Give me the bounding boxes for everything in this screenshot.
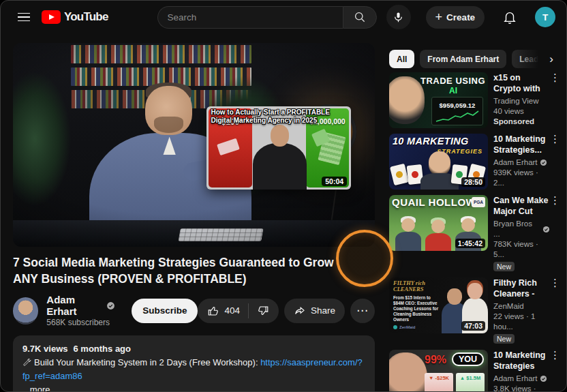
verified-badge-icon (106, 301, 115, 310)
suggested-video-title[interactable]: 10 Marketing Strategies... (493, 134, 550, 155)
thumbnail-amount: $959,059.12 (432, 102, 482, 109)
share-label: Share (311, 305, 335, 316)
chips-next-button[interactable]: › (543, 50, 560, 68)
channel-row: Adam Erhart 568K subscribers Subscribe 4… (13, 294, 375, 327)
thumbnail-person (468, 283, 482, 299)
thumbnail-chart (435, 110, 480, 123)
voice-search-button[interactable] (386, 5, 411, 29)
duration-badge: 28:50 (461, 177, 485, 187)
youtube-watch-page: YouTube + Create T (0, 0, 567, 392)
plus-icon: + (435, 11, 443, 23)
suggested-video-row: 10 MARKETING STRATEGIES 28:50 10 Marketi… (389, 134, 560, 190)
video-title: 7 Social Media Marketing Strategies Guar… (13, 254, 359, 287)
suggested-video-title[interactable]: Filthy Rich Cleaners - E3... (493, 277, 550, 299)
verified-badge-icon (540, 375, 547, 382)
wrench-icon (22, 358, 31, 370)
suggested-video-row: FILTHY rich CLEANERS From $15 Intern to … (389, 277, 560, 344)
kebab-menu-icon[interactable]: ⋮ (550, 350, 560, 392)
thumbnail-text: From $15 Intern to $84M CEO: Executive C… (393, 295, 442, 322)
sponsored-label: Sponsored (493, 117, 550, 127)
thumbnail-face (389, 352, 427, 392)
endscreen-presenter-face (271, 125, 290, 147)
description-box[interactable]: 9.7K views 6 months ago Build Your Marke… (13, 335, 375, 392)
like-button[interactable]: 404 (198, 299, 248, 323)
suggested-video-title[interactable]: 10 Marketing Strategies Th... (493, 350, 550, 372)
bell-icon (502, 10, 517, 25)
channel-info: Adam Erhart 568K subscribers (46, 294, 115, 327)
share-button[interactable]: Share (284, 299, 345, 323)
notifications-button[interactable] (502, 10, 517, 25)
video-thumbnail[interactable]: 99% YOU ▼ -$25K ▲ $1.5M 44:27 (389, 350, 488, 392)
search-input[interactable] (157, 6, 343, 29)
account-avatar[interactable]: T (535, 7, 555, 27)
thumb-down-icon (257, 305, 269, 317)
top-navbar: YouTube + Create T (1, 1, 566, 33)
thumbnail-person (447, 288, 462, 305)
thumbnail-face (389, 76, 425, 124)
show-more-button[interactable]: ...more (22, 384, 365, 392)
suggested-video-meta: 783K views · 5... (493, 239, 550, 260)
suggested-video-channel[interactable]: Bryan Bros ... (493, 219, 550, 239)
suggested-video-meta: 3.8K views · 13... (493, 384, 550, 392)
video-player[interactable]: $100 $1,000,000 How to Actually Start a … (13, 43, 375, 247)
suggested-video-channel[interactable]: ZenMaid (493, 301, 550, 312)
youtube-logo[interactable]: YouTube (42, 10, 108, 24)
kebab-menu-icon[interactable]: ⋮ (550, 195, 560, 272)
mic-icon (392, 11, 405, 24)
suggested-video-row: 99% YOU ▼ -$25K ▲ $1.5M 44:27 10 Marketi… (389, 350, 560, 392)
chip-from-channel[interactable]: From Adam Erhart (420, 50, 506, 68)
thumb-up-icon (207, 305, 219, 317)
kebab-menu-icon[interactable]: ⋮ (550, 72, 560, 128)
suggested-video-title[interactable]: Can We Make Major Cut @... (493, 195, 550, 217)
thumbnail-monitor: $959,059.12 (431, 97, 483, 125)
kebab-menu-icon[interactable]: ⋮ (550, 277, 560, 344)
kebab-menu-icon[interactable]: ⋮ (550, 134, 560, 190)
suggested-video-meta: 939K views · 2... (493, 168, 550, 188)
suggested-video-channel[interactable]: Adam Erhart (493, 374, 550, 384)
upload-date: 6 months ago (74, 343, 132, 355)
create-button[interactable]: + Create (426, 6, 485, 29)
thumbnail-face (429, 151, 450, 176)
share-icon (294, 305, 306, 317)
search-button[interactable] (343, 6, 377, 29)
channel-avatar[interactable] (13, 297, 38, 325)
suggested-video-channel[interactable]: Adam Erhart (493, 157, 550, 168)
subscribe-button[interactable]: Subscribe (132, 299, 198, 323)
pga-logo: PGA (472, 197, 485, 207)
endscreen-video-card[interactable]: $100 $1,000,000 How to Actually Start a … (206, 106, 351, 190)
thumbnail-brand: FILTHY rich CLEANERS (393, 280, 425, 292)
related-videos-rail: All From Adam Erhart Lead g › TRADE USIN… (389, 50, 560, 392)
ellipsis-icon: ⋯ (356, 303, 369, 318)
search-bar (157, 6, 377, 29)
dislike-button[interactable] (249, 299, 279, 323)
more-actions-button[interactable]: ⋯ (350, 299, 375, 323)
channel-name[interactable]: Adam Erhart (46, 294, 103, 317)
chevron-right-icon: › (549, 52, 553, 66)
thumbnail-text: 99% (425, 354, 446, 366)
video-thumbnail[interactable]: TRADE USING AI $959,059.12 (389, 72, 488, 128)
suggested-video-row: TRADE USING AI $959,059.12 x15 on Crypto… (389, 72, 560, 128)
youtube-play-icon (42, 10, 61, 24)
duration-badge: 1:45:42 (455, 239, 485, 248)
video-thumbnail[interactable]: FILTHY rich CLEANERS From $15 Intern to … (389, 277, 488, 333)
suggested-video-meta: 40 views (493, 106, 550, 117)
menu-icon[interactable] (10, 3, 37, 31)
thumbnail-text: AI (449, 86, 457, 95)
like-dislike-group: 404 (198, 299, 279, 323)
video-thumbnail[interactable]: QUAIL HOLLOW PGA 1:45:42 (389, 195, 488, 251)
suggested-video-meta: 22 views · 1 hou... (493, 312, 550, 332)
suggested-video-channel[interactable]: Trading View (493, 96, 550, 106)
chip-all[interactable]: All (389, 50, 414, 68)
video-thumbnail[interactable]: 10 MARKETING STRATEGIES 28:50 (389, 134, 488, 190)
youtube-logo-text: YouTube (64, 10, 108, 24)
loss-chart: ▼ -$25K (425, 373, 453, 392)
video-actions: 404 Share ⋯ (198, 299, 375, 323)
verified-badge-icon (542, 226, 550, 233)
subscriber-count: 568K subscribers (46, 318, 115, 327)
thumbnail-text: TRADE USING (420, 76, 485, 86)
suggested-video-row: QUAIL HOLLOW PGA 1:45:42 Can We Ma (389, 195, 560, 272)
suggested-video-title[interactable]: x15 on Crypto with This AI... (493, 72, 550, 94)
duration-badge: 47:03 (461, 321, 485, 331)
like-count: 404 (224, 305, 240, 316)
filter-chips-bar: All From Adam Erhart Lead g (389, 50, 560, 68)
